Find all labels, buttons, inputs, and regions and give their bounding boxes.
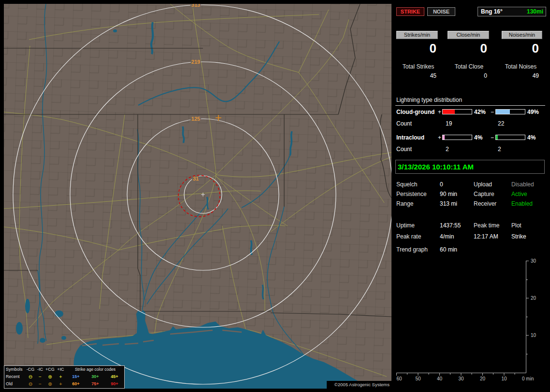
trend-x-40: 40 <box>437 376 443 381</box>
trend-x-60: 60 <box>396 376 402 381</box>
cg-minus-sign: − <box>491 109 494 115</box>
uptime-label: Uptime <box>396 222 415 229</box>
strikes-per-min-value: 0 <box>395 41 441 56</box>
legend-age-title: Strike age color codes <box>66 366 124 373</box>
legend-header-row: Symbols -CG -IC +CG +IC Strike age color… <box>4 366 124 373</box>
legend-col-pos-ic: +IC <box>55 366 66 373</box>
total-strikes-value: 45 <box>395 72 441 79</box>
cg-positive-bar-fill <box>443 110 455 114</box>
squelch-value: 0 <box>440 181 443 188</box>
neg-cg-recent-icon: ⊖ <box>26 373 35 380</box>
cg-positive-count: 19 <box>446 120 452 127</box>
neg-ic-recent-icon: − <box>35 373 45 380</box>
ic-negative-bar-fill <box>496 135 498 140</box>
strike-mode-button[interactable]: STRIKE <box>396 7 424 16</box>
cg-negative-bar-fill <box>496 110 510 114</box>
range-value: 313 mi <box>440 200 457 207</box>
ic-count-label: Count <box>396 146 412 153</box>
neg-ic-old-icon: − <box>35 380 45 388</box>
trend-axis-labels: 30 20 10 60 50 40 30 20 10 0 min <box>396 258 536 381</box>
cg-negative-bar <box>495 109 525 114</box>
close-per-min-value: 0 <box>446 41 492 56</box>
noises-per-min-button[interactable]: Noises/min <box>502 31 542 39</box>
legend-symbols-title: Symbols <box>4 366 26 373</box>
clock-value: 3/13/2026 10:10:11 AM <box>396 163 474 171</box>
bearing-readout: Bng 16° 130mi <box>478 7 546 16</box>
trend-graph-label: Trend graph <box>396 246 428 253</box>
pos-ic-recent-icon: + <box>55 373 66 380</box>
squelch-label: Squelch <box>396 181 417 188</box>
receiver-status: Enabled <box>511 200 533 207</box>
peak-rate-label: Peak rate <box>396 233 421 240</box>
intracloud-label: Intracloud <box>396 134 424 141</box>
peak-rate-value: 4/min <box>440 233 454 240</box>
cg-positive-pct: 42% <box>474 109 486 115</box>
upload-label: Upload <box>474 181 492 188</box>
trend-x-10: 10 <box>501 376 507 381</box>
legend-col-neg-ic: -IC <box>35 366 45 373</box>
cloud-ground-label: Cloud-ground <box>396 109 434 115</box>
total-close-label: Total Close <box>446 63 492 70</box>
ic-positive-bar <box>442 135 472 140</box>
age-60: 60+ <box>66 380 86 388</box>
trend-graph-value: 60 min <box>440 246 457 253</box>
trend-y-30: 30 <box>531 258 536 264</box>
bearing-range-value: 130mi <box>527 7 543 16</box>
capture-label: Capture <box>474 191 494 197</box>
ic-negative-pct: 4% <box>527 134 536 141</box>
plot-value: Strike <box>511 233 526 240</box>
strikes-per-min-button[interactable]: Strikes/min <box>396 31 438 39</box>
noise-mode-button[interactable]: NOISE <box>427 7 455 16</box>
ic-plus-sign: + <box>438 134 441 141</box>
ring-label-31: 31 <box>193 176 199 182</box>
trend-x-50: 50 <box>415 376 421 381</box>
close-per-min-button[interactable]: Close/min <box>448 31 489 39</box>
persistence-value: 90 min <box>440 191 457 197</box>
svg-text:©2005 Astrogenic Systems: ©2005 Astrogenic Systems <box>334 382 390 387</box>
ic-minus-sign: − <box>491 134 494 141</box>
map-copyright: ©2005 Astrogenic Systems <box>327 381 391 389</box>
pos-ic-old-icon: + <box>55 380 66 388</box>
ic-positive-bar-fill <box>443 135 445 140</box>
trend-x-30: 30 <box>458 376 464 381</box>
neg-cg-old-icon: ⊖ <box>26 380 35 388</box>
distribution-title: Lightning type distribution <box>395 97 545 106</box>
cg-positive-bar <box>442 109 472 114</box>
trend-graph: 30 20 10 60 50 40 30 20 10 0 min <box>395 256 546 392</box>
cg-count-label: Count <box>396 120 412 127</box>
legend-recent-row: Recent ⊖ − ⊕ + 15+ 30+ 45+ <box>4 373 124 380</box>
legend-recent-label: Recent <box>4 373 26 380</box>
plot-label: Plot <box>511 222 521 229</box>
peak-time-value: 12:17 AM <box>474 233 498 240</box>
age-15: 15+ <box>66 373 86 380</box>
radar-map[interactable]: 313 219 125 31 ©2005 Astrogenic Systems … <box>0 0 392 392</box>
trend-x-20: 20 <box>480 376 486 381</box>
age-30: 30+ <box>86 373 105 380</box>
total-noises-label: Total Noises <box>498 63 544 70</box>
age-90: 90+ <box>105 380 124 388</box>
radar-map-svg[interactable]: 313 219 125 31 ©2005 Astrogenic Systems <box>0 0 392 392</box>
trend-y-10: 10 <box>531 333 536 338</box>
ic-positive-pct: 4% <box>474 134 482 141</box>
trend-x-origin: 0 min <box>522 376 534 381</box>
cg-negative-pct: 49% <box>527 109 539 115</box>
total-noises-value: 49 <box>498 72 544 79</box>
clock-box: 3/13/2026 10:10:11 AM <box>395 160 545 174</box>
age-45: 45+ <box>105 373 124 380</box>
legend-col-neg-cg: -CG <box>26 366 35 373</box>
total-strikes-label: Total Strikes <box>395 63 441 70</box>
ring-label-219: 219 <box>191 59 200 65</box>
capture-status: Active <box>511 191 527 197</box>
legend-old-label: Old <box>4 380 26 388</box>
persistence-label: Persistence <box>396 191 427 197</box>
ring-label-125: 125 <box>191 116 200 122</box>
legend-old-row: Old ⊖ − ⊕ + 60+ 75+ 90+ <box>4 380 124 388</box>
legend-col-pos-cg: +CG <box>45 366 55 373</box>
peak-time-label: Peak time <box>474 222 499 229</box>
upload-status: Disabled <box>511 181 534 188</box>
age-75: 75+ <box>86 380 105 388</box>
trend-y-20: 20 <box>531 295 536 301</box>
cg-plus-sign: + <box>438 109 441 115</box>
map-legend: Symbols -CG -IC +CG +IC Strike age color… <box>4 365 125 389</box>
ic-negative-count: 2 <box>498 146 501 153</box>
